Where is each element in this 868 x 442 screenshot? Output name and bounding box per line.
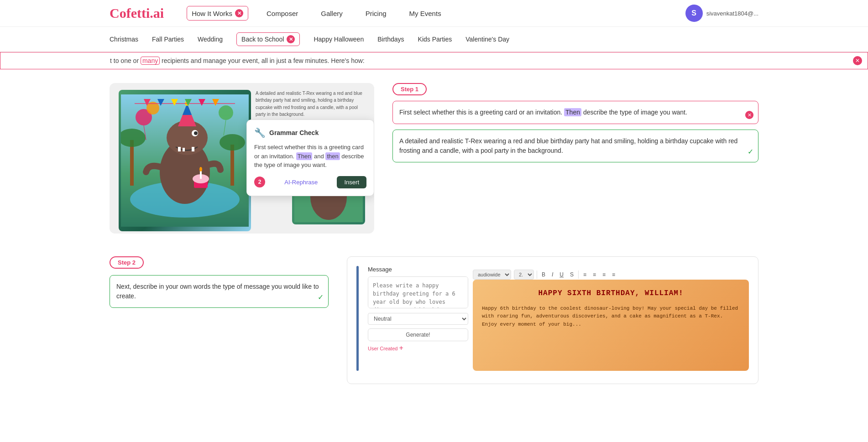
generate-button[interactable]: Generate! <box>368 328 468 341</box>
subnav-back-to-school-close[interactable]: ✕ <box>287 35 295 43</box>
user-created-plus[interactable]: + <box>399 344 403 352</box>
step1-highlight-then: Then <box>564 108 581 116</box>
grammar-highlight1: Then <box>296 152 313 160</box>
grammar-icon: 🔧 <box>254 127 266 138</box>
bold-button[interactable]: B <box>540 270 547 279</box>
font-select[interactable]: audiowide <box>473 270 511 280</box>
grammar-popup-body: First select whether this is a greeting … <box>254 143 366 170</box>
banner-how-text: Here's how: <box>331 57 364 64</box>
svg-rect-4 <box>230 145 234 186</box>
nav-pricing[interactable]: Pricing <box>361 7 391 20</box>
username: sivavenkat1804@... <box>706 10 758 17</box>
ai-description-box: A detailed and realistic T-Rex wearing a… <box>392 130 758 162</box>
step1-close-icon[interactable]: ✕ <box>745 111 753 119</box>
grammar-popup-title: Grammar Check <box>269 129 319 136</box>
birthday-card-column: audiowide 2. B I U S ≡ ≡ ≡ ≡ <box>473 266 749 371</box>
left-panel: A detailed and realistic T-Rex wearing a… <box>110 83 374 234</box>
step1-badge: Step 1 <box>392 83 427 95</box>
subnav: Christmas Fall Parties Wedding Back to S… <box>0 27 868 52</box>
size-select[interactable]: 2. <box>514 270 534 280</box>
dino-main-image <box>119 90 251 231</box>
step2-badge: Step 2 <box>110 256 144 269</box>
step1-prompt-box: First select whether this is a greeting … <box>392 101 758 124</box>
nav-how-it-works-close[interactable]: ✕ <box>235 9 243 17</box>
main-image-frame: A detailed and realistic T-Rex wearing a… <box>110 83 374 234</box>
align-center-button[interactable]: ≡ <box>591 270 598 279</box>
birthday-card-title: HAPPY SIXTH BIRTHDAY, WILLIAM! <box>482 289 740 298</box>
subnav-happy-halloween[interactable]: Happy Halloween <box>314 36 364 43</box>
nav-how-it-works-label: How It Works <box>192 10 232 17</box>
nav-gallery[interactable]: Gallery <box>316 7 347 20</box>
nav-how-it-works[interactable]: How It Works ✕ <box>187 6 248 21</box>
grammar-popup: 🔧 Grammar Check First select whether thi… <box>246 120 374 196</box>
subnav-back-to-school-label: Back to School <box>241 36 284 43</box>
banner-highlight: many <box>141 57 160 65</box>
step2-right-panel: Message Neutral Generate! User Created + <box>347 256 758 384</box>
svg-point-5 <box>220 134 245 151</box>
grammar-highlight2: then <box>325 152 340 160</box>
step2-left: Step 2 Next, describe in your own words … <box>110 256 329 384</box>
align-justify-button[interactable]: ≡ <box>610 270 617 279</box>
svg-point-21 <box>219 105 233 120</box>
grammar-popup-actions: 2 AI-Rephrase Insert <box>254 176 366 188</box>
step1-prompt-text2: describe the type of image you want. <box>583 109 687 116</box>
banner-text-before: t to one or <box>110 57 141 64</box>
svg-rect-11 <box>183 148 185 151</box>
nav-my-events[interactable]: My Events <box>405 7 446 20</box>
italic-button[interactable]: I <box>550 270 555 279</box>
toolbar-divider-2 <box>578 270 579 279</box>
birthday-card-body: Happy 6th birthday to the coolest dinosa… <box>482 305 740 329</box>
svg-rect-12 <box>192 147 194 151</box>
grammar-num-badge: 2 <box>254 177 265 187</box>
ai-description-check: ✓ <box>748 146 753 157</box>
svg-point-19 <box>199 167 202 172</box>
nav-composer[interactable]: Composer <box>262 7 303 20</box>
strikethrough-button[interactable]: S <box>568 270 575 279</box>
subnav-christmas[interactable]: Christmas <box>110 36 138 43</box>
right-panel: Step 1 First select whether this is a gr… <box>392 83 758 234</box>
svg-point-9 <box>194 131 198 135</box>
align-right-button[interactable]: ≡ <box>601 270 607 279</box>
underline-button[interactable]: U <box>558 270 565 279</box>
user-info: S sivavenkat1804@... <box>685 5 758 22</box>
avatar: S <box>685 5 703 22</box>
step2-text: Next, describe in your own words the typ… <box>116 283 319 300</box>
grammar-popup-header: 🔧 Grammar Check <box>254 127 366 138</box>
step1-prompt-text: First select whether this is a greeting … <box>399 109 562 116</box>
banner: t to one or many recipients and manage y… <box>0 52 868 69</box>
step2-check: ✓ <box>318 292 324 303</box>
subnav-fall-parties[interactable]: Fall Parties <box>152 36 184 43</box>
user-created-text: User Created <box>368 346 397 351</box>
step2-text-box: Next, describe in your own words the typ… <box>110 275 329 308</box>
subnav-valentines-day[interactable]: Valentine's Day <box>465 36 509 43</box>
image-desc-label: A detailed and realistic T-Rex wearing a… <box>256 91 362 117</box>
bottom-section: Step 2 Next, describe in your own words … <box>0 247 868 402</box>
logo[interactable]: Cofetti.ai <box>110 5 164 21</box>
user-created-label: User Created + <box>368 344 468 352</box>
banner-text-after: recipients and manage your event, all in… <box>160 57 329 64</box>
grammar-text-and: and <box>314 153 325 160</box>
insert-button[interactable]: Insert <box>337 176 366 188</box>
blue-accent-bar <box>356 266 359 371</box>
message-right-container: Message Neutral Generate! User Created + <box>356 266 749 371</box>
birthday-card-preview: HAPPY SIXTH BIRTHDAY, WILLIAM! Happy 6th… <box>473 280 749 371</box>
banner-close-button[interactable]: ✕ <box>853 56 862 65</box>
image-description-text: A detailed and realistic T-Rex wearing a… <box>256 90 365 118</box>
ai-description-text: A detailed and realistic T-Rex wearing a… <box>399 137 737 154</box>
tone-select[interactable]: Neutral <box>368 313 468 325</box>
font-toolbar: audiowide 2. B I U S ≡ ≡ ≡ ≡ <box>473 270 749 280</box>
toolbar-divider-1 <box>537 270 537 279</box>
subnav-back-to-school[interactable]: Back to School ✕ <box>236 32 300 46</box>
header: Cofetti.ai How It Works ✕ Composer Galle… <box>0 0 868 27</box>
subnav-kids-parties[interactable]: Kids Parties <box>418 36 452 43</box>
main-content: A detailed and realistic T-Rex wearing a… <box>0 69 868 247</box>
subnav-wedding[interactable]: Wedding <box>198 36 223 43</box>
subnav-birthdays[interactable]: Birthdays <box>377 36 404 43</box>
svg-rect-10 <box>178 147 181 151</box>
message-form-column: Message Neutral Generate! User Created + <box>368 266 468 371</box>
message-label: Message <box>368 266 468 273</box>
align-left-button[interactable]: ≡ <box>581 270 588 279</box>
message-textarea[interactable] <box>368 276 468 308</box>
ai-rephrase-button[interactable]: AI-Rephrase <box>269 179 333 186</box>
